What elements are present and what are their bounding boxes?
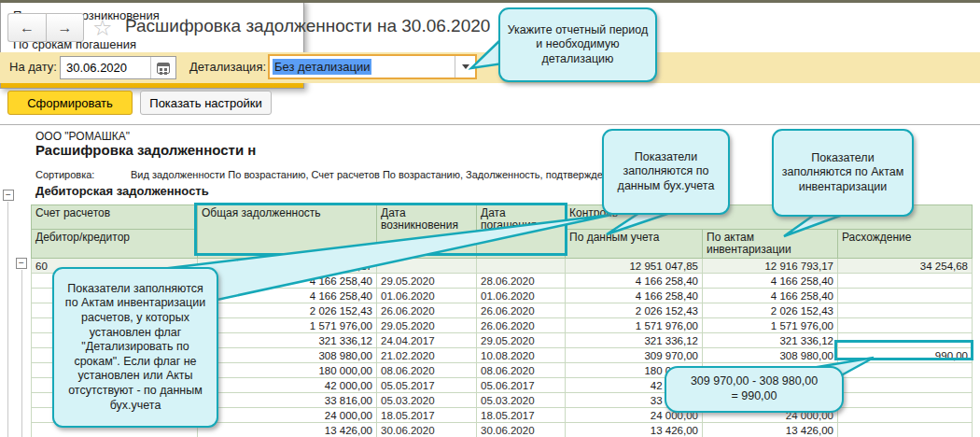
cell-by-acts[interactable]: 1 571 976,00 [703,318,838,333]
cell-total[interactable]: 12 916 793,17 [198,259,377,274]
header-debtor[interactable]: Дебитор/кредитор [32,230,198,259]
cell-by-acts[interactable]: 13 426,00 [703,423,838,437]
cell-total[interactable]: 42 000,00 [198,378,377,393]
cell-by-acts[interactable]: 4 166 258,40 [703,274,838,289]
cell-total[interactable]: 180 000,00 [198,363,377,378]
detail-label: Детализация: [189,60,266,74]
cell-date-due[interactable]: 28.06.2020 [477,274,566,289]
cell-date-origin[interactable]: 30.06.2020 [377,423,477,437]
cell-by-acts[interactable]: 4 166 258,40 [703,289,838,303]
cell-date-origin[interactable]: 26.06.2020 [377,303,477,318]
cell-discrepancy[interactable] [838,408,973,423]
cell-by-acts[interactable]: 321 336,12 [703,333,838,348]
date-label: На дату: [9,60,57,74]
cell-date-due[interactable]: 05.03.2020 [477,393,566,408]
cell-total[interactable]: 308 980,00 [198,348,377,363]
cell-date-due[interactable]: 26.06.2020 [477,318,566,333]
cell-total[interactable]: 4 166 258,40 [198,289,377,303]
cell-date-due[interactable]: 10.08.2020 [477,348,566,363]
cell-by-accounting[interactable]: 4 166 258,40 [566,289,703,303]
cell-date-due[interactable]: 01.06.2020 [477,289,566,303]
back-button[interactable]: ← [7,13,46,42]
cell-discrepancy[interactable] [838,363,973,378]
cell-total[interactable]: 24 000,00 [198,408,377,423]
cell-by-accounting[interactable]: 1 571 976,00 [566,318,703,333]
cell-total[interactable]: 4 166 258,40 [198,274,377,289]
cell-date-origin[interactable]: 08.06.2020 [377,363,477,378]
combo-dropdown-button[interactable] [455,56,475,78]
cell-by-acts[interactable]: 12 916 793,17 [703,259,838,274]
cell-date-origin[interactable]: 18.05.2017 [377,408,477,423]
header-date-origin[interactable]: Дата возникновения [377,205,477,259]
cell-discrepancy[interactable]: 34 254,68 [838,259,973,274]
detail-combo-value[interactable]: Без детализации [273,59,371,75]
header-date-due[interactable]: Дата погашения [477,205,566,259]
cell-discrepancy[interactable] [838,303,973,318]
calendar-button[interactable] [150,57,175,78]
cell-discrepancy[interactable] [838,378,973,393]
cell-date-origin[interactable]: 01.06.2020 [377,289,477,303]
cell-date-due[interactable]: 26.06.2020 [477,303,566,318]
cell-date-due[interactable] [477,259,566,274]
chevron-down-icon [462,64,469,69]
sort-value: Вид задолженности По возрастанию, Счет р… [131,169,653,180]
report-window: ← → ☆ Расшифровка задолженности на 30.06… [0,0,980,437]
cell-total[interactable]: 2 026 152,43 [198,303,377,318]
report-title: Расшифровка задолженности н [35,142,256,158]
header-by-acts[interactable]: По актам инвентаризации [703,230,838,259]
cell-by-accounting[interactable]: 2 026 152,43 [566,303,703,318]
cell-discrepancy[interactable] [838,318,973,333]
cell-by-acts[interactable]: 2 026 152,43 [703,303,838,318]
tree-line [7,202,8,437]
cell-discrepancy[interactable] [838,333,973,348]
cell-date-due[interactable]: 18.05.2017 [477,408,566,423]
nav-buttons: ← → [7,13,84,42]
cell-total[interactable]: 321 336,12 [198,333,377,348]
header-by-accounting[interactable]: По данным учета [566,230,703,259]
cell-by-acts[interactable]: 308 980,00 [703,348,838,363]
cell-date-origin[interactable]: 24.04.2017 [377,333,477,348]
cell-total[interactable]: 13 426,00 [198,423,377,437]
cell-by-accounting[interactable]: 12 951 047,85 [566,259,703,274]
cell-by-accounting[interactable]: 13 426,00 [566,423,703,437]
header-account[interactable]: Счет расчетов [32,205,198,230]
cell-date-due[interactable]: 05.06.2017 [477,378,566,393]
cell-date-due[interactable]: 08.06.2020 [477,363,566,378]
section-title-receivables: Дебиторская задолженность [35,184,209,198]
collapse-account-icon[interactable]: − [16,258,27,269]
cell-date-origin[interactable]: 29.05.2020 [377,318,477,333]
cell-date-origin[interactable]: 05.05.2017 [377,378,477,393]
forward-arrow-icon: → [58,20,73,36]
organization-name: ООО "РОМАШКА" [35,130,130,143]
cell-by-accounting[interactable]: 4 166 258,40 [566,274,703,289]
cell-by-accounting[interactable]: 321 336,12 [566,333,703,348]
collapse-group-icon[interactable]: − [3,190,14,201]
header-total-debt[interactable]: Общая задолженность [198,205,377,259]
favorite-star-icon[interactable]: ☆ [92,17,113,39]
cell-date-origin[interactable]: 21.02.2020 [377,348,477,363]
cell-total[interactable]: 33 816,00 [198,393,377,408]
callout-period: Укажите отчетный период и необходимую де… [498,7,657,82]
cell-total[interactable]: 1 571 976,00 [198,318,377,333]
callout-acts-detail: Показатели заполняются по Актам инвентар… [52,267,218,428]
cell-date-origin[interactable]: 29.05.2020 [377,274,477,289]
cell-discrepancy[interactable]: 990,00 [838,348,973,363]
callout-by-acts: Показатели заполняются по Актам инвентар… [772,129,914,217]
cell-date-due[interactable]: 29.05.2020 [477,333,566,348]
tree-line [21,270,22,437]
show-settings-button[interactable]: Показать настройки [140,91,272,115]
cell-date-origin[interactable] [377,259,477,274]
cell-date-due[interactable]: 30.06.2020 [477,423,566,437]
cell-discrepancy[interactable] [838,393,973,408]
cell-discrepancy[interactable] [838,289,973,303]
detail-combo[interactable]: Без детализации [268,54,477,79]
cell-discrepancy[interactable] [838,274,973,289]
forward-button[interactable]: → [46,13,84,42]
cell-by-accounting[interactable]: 309 970,00 [566,348,703,363]
cell-date-origin[interactable]: 05.03.2020 [377,393,477,408]
date-field [60,56,176,79]
date-input[interactable] [61,57,150,78]
generate-button[interactable]: Сформировать [7,91,133,115]
cell-discrepancy[interactable] [838,423,973,437]
header-discrepancy[interactable]: Расхождение [838,230,973,259]
